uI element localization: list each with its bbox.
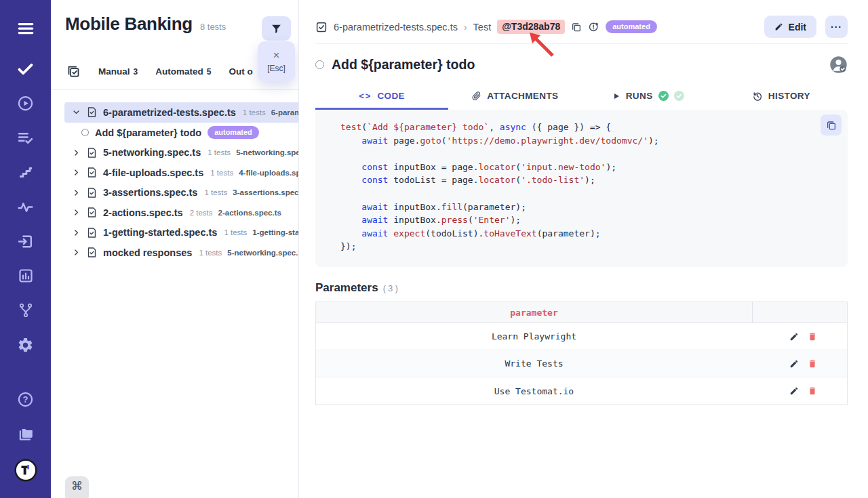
delete-parameter-button[interactable]: [808, 386, 817, 396]
parameter-value: Use Testomat.io: [316, 386, 752, 396]
tests-count: 8 tests: [200, 22, 226, 32]
edit-button[interactable]: Edit: [764, 16, 816, 38]
chevron-right-icon[interactable]: [73, 229, 81, 236]
test-row-title: Add ${parameter} todo: [95, 127, 201, 138]
test-title-row: Add ${parameter} todo: [315, 44, 848, 74]
play-icon: [612, 92, 620, 100]
chevron-down-icon[interactable]: [73, 108, 81, 116]
select-all-icon[interactable]: [66, 64, 81, 79]
assignee-avatar-icon[interactable]: [829, 56, 848, 74]
import-nav-icon[interactable]: [12, 232, 40, 251]
test-title: Add ${parameter} todo: [332, 57, 475, 72]
spec-file-icon: [86, 147, 98, 159]
filter-button[interactable]: [262, 16, 291, 41]
chevron-right-icon[interactable]: [73, 189, 81, 196]
spec-file-name: 3-assertions.spec.ts: [103, 187, 197, 198]
code-line: [340, 147, 834, 161]
chevron-right-icon[interactable]: [73, 169, 81, 176]
spec-file-tag: 6-param: [271, 108, 298, 117]
actions-column-header: [752, 302, 847, 323]
parameter-column-header: parameter: [316, 302, 752, 323]
chevron-right-icon[interactable]: [73, 149, 81, 157]
tab-history[interactable]: HISTORY: [715, 84, 848, 110]
more-actions-button[interactable]: ···: [825, 16, 848, 38]
filter-funnel-icon: [271, 23, 282, 35]
tests-nav-icon[interactable]: [12, 59, 40, 78]
copy-icon[interactable]: [571, 22, 582, 33]
spec-file-row[interactable]: 5-networking.spec.ts 1 tests 5-networkin…: [64, 143, 298, 163]
parameter-value: Write Tests: [316, 358, 752, 369]
edit-parameter-button[interactable]: [789, 359, 799, 369]
testomat-logo[interactable]: [14, 459, 37, 482]
parameter-row: Learn Playwright: [316, 323, 847, 350]
settings-nav-icon[interactable]: [12, 335, 40, 354]
spec-file-row[interactable]: 1-getting-started.spec.ts 1 tests 1-gett…: [64, 223, 298, 243]
code-line: });: [340, 240, 834, 253]
code-line: test(`Add ${parameter} todo`, async ({ p…: [340, 121, 834, 134]
spec-file-row[interactable]: 2-actions.spec.ts 2 tests 2-actions.spec…: [64, 203, 298, 223]
spec-test-count: 1 tests: [208, 148, 231, 157]
chevron-right-icon[interactable]: [73, 209, 81, 216]
spec-file-tag: 5-networking.spec.ts: [227, 249, 298, 257]
spec-file-name: 2-actions.spec.ts: [103, 207, 183, 218]
code-line: await page.goto('https://demo.playwright…: [340, 134, 834, 148]
test-id-badge[interactable]: @T3d28ab78: [497, 20, 565, 34]
delete-parameter-button[interactable]: [808, 359, 817, 369]
activity-nav-icon[interactable]: [12, 197, 40, 216]
analytics-nav-icon[interactable]: [12, 266, 40, 285]
breadcrumb-separator: ›: [464, 22, 467, 33]
spec-file-row[interactable]: 4-file-uploads.spec.ts 1 tests 4-file-up…: [64, 163, 298, 183]
parameter-value: Learn Playwright: [316, 331, 752, 341]
edit-parameter-button[interactable]: [789, 386, 799, 396]
tab-code[interactable]: <>CODE: [315, 84, 448, 110]
code-line: [340, 187, 834, 201]
svg-text:?: ?: [23, 394, 28, 404]
branches-nav-icon[interactable]: [12, 301, 40, 320]
code-line: const todoList = page.locator('.todo-lis…: [340, 173, 834, 187]
spec-test-count: 2 tests: [190, 209, 213, 217]
spec-file-icon: [86, 167, 98, 178]
command-palette-button[interactable]: ⌘: [65, 476, 89, 498]
code-line: const inputBox = page.locator('input.new…: [340, 161, 834, 174]
test-status-icon: [81, 129, 89, 136]
spec-file-row[interactable]: mocked responses 1 tests 5-networking.sp…: [64, 243, 298, 263]
delete-parameter-button[interactable]: [808, 332, 817, 341]
spec-file-icon: [86, 187, 98, 199]
test-row[interactable]: Add ${parameter} todo automated: [64, 123, 298, 143]
sidebar-tab-out-o[interactable]: Out o: [229, 66, 252, 77]
sidebar-tab-manual[interactable]: Manual 3: [98, 66, 138, 77]
steps-nav-icon[interactable]: [12, 163, 40, 182]
spec-test-count: 1 tests: [199, 249, 222, 257]
breadcrumb-file[interactable]: 6-parametrized-tests.spec.ts: [334, 22, 458, 33]
sidebar-tab-automated[interactable]: Automated 5: [155, 66, 211, 77]
tab-attachments[interactable]: ATTACHMENTS: [448, 84, 581, 110]
parameters-table: parameter Learn Playwright Write Tests U…: [315, 302, 848, 405]
breadcrumb: 6-parametrized-tests.spec.ts › Test @T3d…: [315, 0, 848, 44]
test-status-icon: [315, 60, 324, 69]
parameters-table-header: parameter: [316, 302, 847, 323]
spec-file-row[interactable]: 6-parametrized-tests.spec.ts 1 tests 6-p…: [64, 102, 298, 123]
app-window: ? Mobile Banking 8 tests × [Esc] Manual …: [0, 0, 868, 498]
projects-icon[interactable]: [12, 424, 40, 443]
runs-nav-icon[interactable]: [12, 94, 40, 112]
edit-parameter-button[interactable]: [789, 332, 799, 341]
spec-file-row[interactable]: 3-assertions.spec.ts 1 tests 3-assertion…: [64, 183, 298, 203]
pencil-icon: [774, 22, 783, 31]
spec-test-count: 1 tests: [204, 188, 227, 196]
menu-icon[interactable]: [12, 19, 40, 38]
spec-file-name: 4-file-uploads.spec.ts: [103, 167, 203, 178]
left-rail: ?: [0, 0, 51, 498]
code-line: await inputBox.fill(parameter);: [340, 201, 834, 214]
copy-code-button[interactable]: [821, 115, 842, 136]
close-icon[interactable]: ×: [273, 49, 280, 61]
spec-file-name: mocked responses: [103, 247, 192, 258]
project-title: Mobile Banking: [65, 14, 193, 35]
tab-count: 3: [134, 67, 138, 77]
history-icon: [752, 91, 763, 102]
plans-nav-icon[interactable]: [12, 128, 40, 147]
chevron-right-icon[interactable]: [73, 249, 81, 256]
spec-file-icon: [86, 207, 98, 218]
tab-runs[interactable]: RUNS: [582, 84, 715, 110]
check-square-icon: [315, 21, 328, 33]
help-icon[interactable]: ?: [12, 390, 40, 409]
